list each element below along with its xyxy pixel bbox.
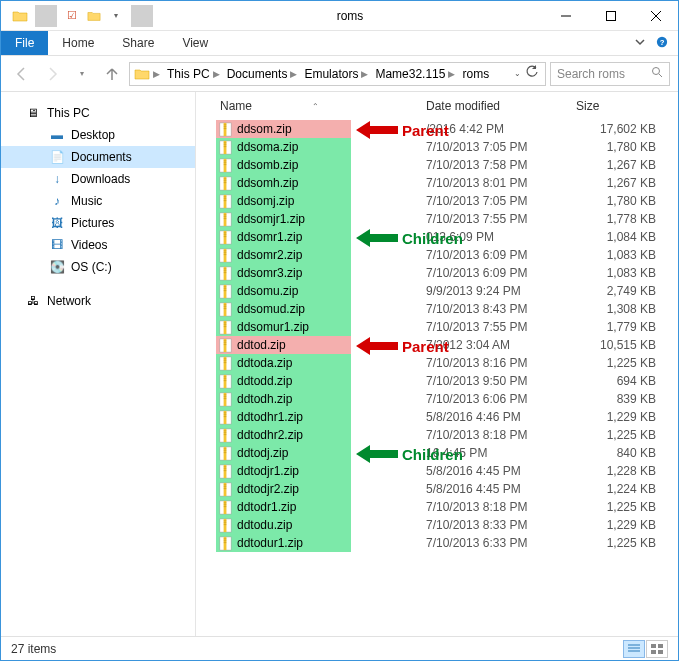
file-size: 1,083 KB bbox=[576, 266, 656, 280]
file-row[interactable]: ddsomu.zip9/9/2013 9:24 PM2,749 KB bbox=[196, 282, 678, 300]
forward-button[interactable] bbox=[39, 61, 65, 87]
file-row[interactable]: ddsomr1.zip013 6:09 PM1,084 KB bbox=[196, 228, 678, 246]
col-size[interactable]: Size bbox=[576, 99, 656, 113]
file-date: 7/10/2013 8:43 PM bbox=[426, 302, 576, 316]
file-row[interactable]: ddtodjr1.zip5/8/2016 4:45 PM1,228 KB bbox=[196, 462, 678, 480]
downloads-icon: ↓ bbox=[49, 171, 65, 187]
ribbon-tab-file[interactable]: File bbox=[1, 31, 48, 55]
file-row[interactable]: ddsomr3.zip7/10/2013 6:09 PM1,083 KB bbox=[196, 264, 678, 282]
breadcrumb-item[interactable]: Mame32.115▶ bbox=[373, 67, 460, 81]
qat-properties-icon[interactable]: ☑ bbox=[61, 5, 83, 27]
file-row[interactable]: ddtodd.zip7/10/2013 9:50 PM694 KB bbox=[196, 372, 678, 390]
minimize-button[interactable] bbox=[543, 1, 588, 30]
file-row[interactable]: ddsoma.zip7/10/2013 7:05 PM1,780 KB bbox=[196, 138, 678, 156]
maximize-button[interactable] bbox=[588, 1, 633, 30]
nav-drive-c[interactable]: 💽OS (C:) bbox=[1, 256, 195, 278]
file-name: ddsomj.zip bbox=[237, 194, 294, 208]
file-row[interactable]: ddtodjr2.zip5/8/2016 4:45 PM1,224 KB bbox=[196, 480, 678, 498]
file-size: 1,229 KB bbox=[576, 410, 656, 424]
breadcrumb-item[interactable]: This PC▶ bbox=[165, 67, 225, 81]
file-name-cell: ddtoda.zip bbox=[216, 354, 351, 372]
file-row[interactable]: ddtodj.zip16 4:45 PM840 KB bbox=[196, 444, 678, 462]
file-row[interactable]: ddsomud.zip7/10/2013 8:43 PM1,308 KB bbox=[196, 300, 678, 318]
recent-locations-button[interactable]: ▾ bbox=[69, 61, 95, 87]
nav-desktop[interactable]: ▬Desktop bbox=[1, 124, 195, 146]
file-date: 7/10/2013 6:09 PM bbox=[426, 248, 576, 262]
qat-new-folder-icon[interactable] bbox=[83, 5, 105, 27]
breadcrumb-item[interactable]: Emulators▶ bbox=[302, 67, 373, 81]
file-row[interactable]: ddsomr2.zip7/10/2013 6:09 PM1,083 KB bbox=[196, 246, 678, 264]
file-date: 7/10/2013 8:16 PM bbox=[426, 356, 576, 370]
breadcrumb-root-icon[interactable]: ▶ bbox=[132, 66, 165, 82]
svg-rect-138 bbox=[658, 650, 663, 654]
status-bar: 27 items bbox=[1, 636, 678, 660]
col-name[interactable]: Name⌃ bbox=[216, 99, 426, 113]
file-name: ddsom.zip bbox=[237, 122, 292, 136]
file-name-cell: ddsom.zip bbox=[216, 120, 351, 138]
file-name: ddsomu.zip bbox=[237, 284, 298, 298]
col-date[interactable]: Date modified bbox=[426, 99, 576, 113]
breadcrumb-item[interactable]: Documents▶ bbox=[225, 67, 303, 81]
file-row[interactable]: ddsomur1.zip7/10/2013 7:55 PM1,779 KB bbox=[196, 318, 678, 336]
file-row[interactable]: ddsomjr1.zip7/10/2013 7:55 PM1,778 KB bbox=[196, 210, 678, 228]
file-size: 694 KB bbox=[576, 374, 656, 388]
column-headers: Name⌃ Date modified Size bbox=[196, 92, 678, 120]
svg-text:?: ? bbox=[660, 38, 665, 47]
nav-pictures[interactable]: 🖼Pictures bbox=[1, 212, 195, 234]
file-date: 5/8/2016 4:45 PM bbox=[426, 464, 576, 478]
file-date: 7/2012 3:04 AM bbox=[426, 338, 576, 352]
svg-point-6 bbox=[653, 68, 660, 75]
file-size: 1,228 KB bbox=[576, 464, 656, 478]
file-row[interactable]: ddtodhr2.zip7/10/2013 8:18 PM1,225 KB bbox=[196, 426, 678, 444]
file-row[interactable]: ddtodr1.zip7/10/2013 8:18 PM1,225 KB bbox=[196, 498, 678, 516]
ribbon-expand-icon[interactable] bbox=[634, 34, 646, 52]
breadcrumb-dropdown-icon[interactable]: ⌄ bbox=[514, 69, 521, 78]
help-icon[interactable]: ? bbox=[656, 34, 668, 52]
refresh-icon[interactable] bbox=[525, 65, 539, 82]
svg-line-7 bbox=[659, 74, 662, 77]
file-row[interactable]: ddsomj.zip7/10/2013 7:05 PM1,780 KB bbox=[196, 192, 678, 210]
qat-dropdown-icon[interactable]: ▾ bbox=[105, 5, 127, 27]
file-row[interactable]: ddtod.zip7/2012 3:04 AM10,515 KB bbox=[196, 336, 678, 354]
file-name: ddsomh.zip bbox=[237, 176, 298, 190]
search-input[interactable]: Search roms bbox=[550, 62, 670, 86]
nav-network[interactable]: 🖧Network bbox=[1, 290, 195, 312]
nav-documents[interactable]: 📄Documents bbox=[1, 146, 195, 168]
file-row[interactable]: ddsomb.zip7/10/2013 7:58 PM1,267 KB bbox=[196, 156, 678, 174]
file-name: ddtodd.zip bbox=[237, 374, 292, 388]
nav-music[interactable]: ♪Music bbox=[1, 190, 195, 212]
file-name-cell: ddsomu.zip bbox=[216, 282, 351, 300]
file-name-cell: ddsomh.zip bbox=[216, 174, 351, 192]
window-title: roms bbox=[157, 9, 543, 23]
file-date: 7/10/2013 8:33 PM bbox=[426, 518, 576, 532]
file-size: 1,229 KB bbox=[576, 518, 656, 532]
file-row[interactable]: ddtodu.zip7/10/2013 8:33 PM1,229 KB bbox=[196, 516, 678, 534]
view-details-button[interactable] bbox=[623, 640, 645, 658]
file-name: ddtodjr1.zip bbox=[237, 464, 299, 478]
file-row[interactable]: ddtoda.zip7/10/2013 8:16 PM1,225 KB bbox=[196, 354, 678, 372]
ribbon-tab-share[interactable]: Share bbox=[108, 31, 168, 55]
ribbon-tab-view[interactable]: View bbox=[168, 31, 222, 55]
file-row[interactable]: ddsom.zip/2016 4:42 PM17,602 KB bbox=[196, 120, 678, 138]
pictures-icon: 🖼 bbox=[49, 215, 65, 231]
file-row[interactable]: ddtodh.zip7/10/2013 6:06 PM839 KB bbox=[196, 390, 678, 408]
back-button[interactable] bbox=[9, 61, 35, 87]
file-name: ddtodhr2.zip bbox=[237, 428, 303, 442]
close-button[interactable] bbox=[633, 1, 678, 30]
ribbon-tab-home[interactable]: Home bbox=[48, 31, 108, 55]
up-button[interactable] bbox=[99, 61, 125, 87]
svg-rect-1 bbox=[606, 11, 615, 20]
view-icons-button[interactable] bbox=[646, 640, 668, 658]
nav-downloads[interactable]: ↓Downloads bbox=[1, 168, 195, 190]
file-size: 839 KB bbox=[576, 392, 656, 406]
breadcrumb[interactable]: ▶ This PC▶ Documents▶ Emulators▶ Mame32.… bbox=[129, 62, 546, 86]
nav-this-pc[interactable]: 🖥This PC bbox=[1, 102, 195, 124]
nav-videos[interactable]: 🎞Videos bbox=[1, 234, 195, 256]
file-name-cell: ddtodur1.zip bbox=[216, 534, 351, 552]
file-date: 7/10/2013 6:09 PM bbox=[426, 266, 576, 280]
breadcrumb-item[interactable]: roms bbox=[460, 67, 491, 81]
file-row[interactable]: ddtodhr1.zip5/8/2016 4:46 PM1,229 KB bbox=[196, 408, 678, 426]
file-row[interactable]: ddtodur1.zip7/10/2013 6:33 PM1,225 KB bbox=[196, 534, 678, 552]
file-name: ddtodjr2.zip bbox=[237, 482, 299, 496]
file-row[interactable]: ddsomh.zip7/10/2013 8:01 PM1,267 KB bbox=[196, 174, 678, 192]
